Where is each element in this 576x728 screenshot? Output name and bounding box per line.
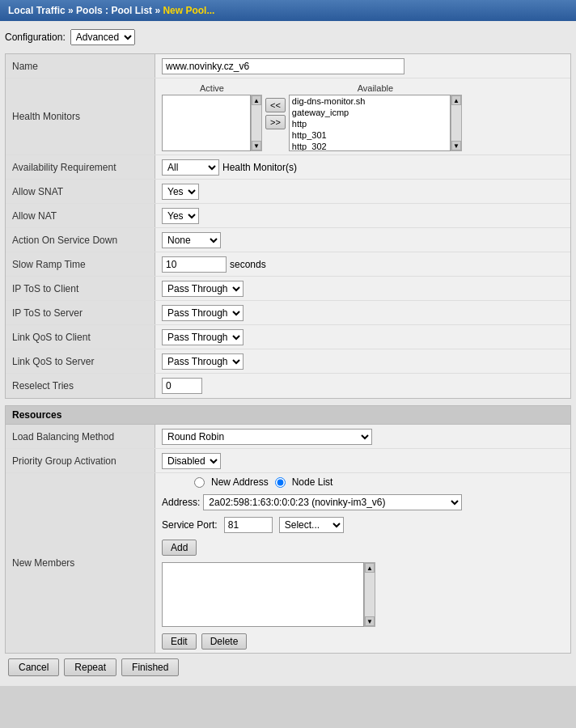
member-scroll-up[interactable]: ▲ [365,563,375,573]
allow-nat-select[interactable]: Yes No [162,208,199,224]
node-list-label: Node List [292,476,333,488]
avail-scroll-up[interactable]: ▲ [451,95,461,105]
link-qos-client-label: Link QoS to Client [6,325,155,349]
ip-tos-client-select[interactable]: Pass Through 0 [162,281,244,297]
name-input[interactable] [162,58,404,74]
address-label: Address: [162,497,200,508]
action-on-service-down-label: Action On Service Down [6,228,155,252]
health-monitors-label: Health Monitors [6,78,155,154]
add-button[interactable]: Add [162,540,197,556]
service-port-label: Service Port: [162,519,218,531]
ip-tos-server-label: IP ToS to Server [6,301,155,324]
available-label: Available [358,83,393,93]
load-balancing-select[interactable]: Round Robin Least Connections Fastest Ob… [162,429,372,445]
title-sep-2: » [155,5,163,16]
load-balancing-label: Load Balancing Method [6,425,155,448]
edit-button[interactable]: Edit [162,633,197,650]
slow-ramp-time-input[interactable] [162,256,227,273]
allow-snat-select[interactable]: Yes No [162,184,199,200]
ip-tos-server-select[interactable]: Pass Through 0 [162,305,244,321]
ip-tos-client-label: IP ToS to Client [6,277,155,300]
availability-req-select[interactable]: All At Least [162,159,219,176]
move-to-active-btn[interactable]: << [265,98,286,112]
priority-group-select[interactable]: Disabled Enabled [162,453,221,469]
address-select[interactable]: 2a02:598:1:63:0:0:0:23 (novinky-im3_v6) [203,494,462,510]
availability-req-suffix: Health Monitor(s) [222,162,297,173]
member-list-box[interactable] [162,562,364,627]
delete-button[interactable]: Delete [201,633,248,650]
reselect-tries-input[interactable] [162,378,202,394]
link-qos-server-label: Link QoS to Server [6,349,155,373]
available-list-box[interactable]: dig-dns-monitor.sh gateway_icmp http htt… [289,95,451,151]
active-label: Active [200,83,224,93]
title-path-new-pool: New Pool... [163,5,214,16]
availability-req-label: Availability Requirement [6,155,155,179]
slow-ramp-time-label: Slow Ramp Time [6,252,155,276]
finished-button[interactable]: Finished [121,658,179,676]
name-label: Name [6,54,155,78]
new-address-radio[interactable] [194,477,205,488]
list-item[interactable]: dig-dns-monitor.sh [290,95,450,107]
member-scroll-down[interactable]: ▼ [365,616,375,626]
active-list-box[interactable] [162,95,251,151]
title-path-pools: Pools : Pool List [76,5,152,16]
service-port-select[interactable]: Select... [279,517,344,533]
move-to-available-btn[interactable]: >> [265,115,286,129]
repeat-button[interactable]: Repeat [64,658,116,676]
list-item[interactable]: http_302 [290,141,450,151]
list-item[interactable]: gateway_icmp [290,107,450,118]
list-item[interactable]: http [290,118,450,129]
config-label: Configuration: [5,32,66,43]
allow-nat-label: Allow NAT [6,204,155,227]
title-bar: Local Traffic » Pools : Pool List » New … [0,0,576,21]
resources-header: Resources [5,405,571,424]
new-address-label: New Address [211,476,269,488]
title-sep-1: » [68,5,76,16]
allow-snat-label: Allow SNAT [6,180,155,203]
priority-group-label: Priority Group Activation [6,449,155,472]
slow-ramp-time-suffix: seconds [230,259,266,270]
link-qos-server-select[interactable]: Pass Through 0 [162,353,244,370]
active-scroll-down[interactable]: ▼ [252,141,261,150]
link-qos-client-select[interactable]: Pass Through 0 [162,329,244,345]
avail-scroll-down[interactable]: ▼ [451,141,461,150]
title-path-local-traffic: Local Traffic [8,5,66,16]
reselect-tries-label: Reselect Tries [6,374,155,398]
config-select[interactable]: Advanced Basic [70,29,135,45]
node-list-radio[interactable] [275,477,286,488]
action-on-service-down-select[interactable]: None Reject Drop Reselect [162,232,221,248]
service-port-input[interactable] [224,517,273,533]
new-members-label: New Members [6,473,155,653]
list-item[interactable]: http_301 [290,129,450,141]
active-scroll-up[interactable]: ▲ [252,95,261,105]
cancel-button[interactable]: Cancel [8,658,59,676]
